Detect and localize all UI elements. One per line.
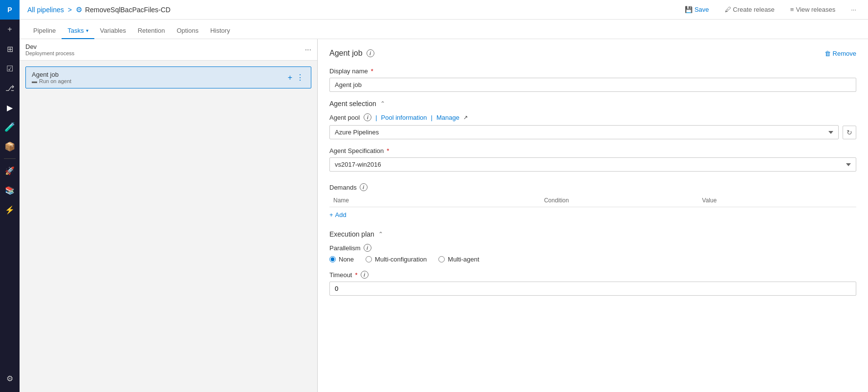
execution-plan-section: Execution plan ⌃ Parallelism i None bbox=[329, 230, 856, 296]
sidebar-item-settings[interactable]: ⚙ bbox=[0, 369, 20, 388]
agent-selection-label: Agent selection bbox=[329, 100, 376, 108]
radio-multi-config[interactable]: Multi-configuration bbox=[366, 256, 427, 263]
tab-options[interactable]: Options bbox=[171, 23, 204, 39]
remove-label: Remove bbox=[833, 50, 856, 57]
agent-job-sub-text: Run on agent bbox=[39, 78, 71, 84]
agent-spec-group: Agent Specification * vs2017-win2016 ubu… bbox=[329, 147, 856, 172]
pipe-separator-2: | bbox=[431, 114, 433, 121]
create-release-icon: 🖊 bbox=[725, 6, 731, 13]
timeout-label-text: Timeout bbox=[329, 271, 352, 279]
sidebar-item-taskgroups[interactable]: ⚡ bbox=[0, 200, 20, 219]
radio-multi-agent-input[interactable] bbox=[438, 256, 445, 262]
tab-variables-label: Variables bbox=[100, 27, 126, 34]
agent-spec-select[interactable]: vs2017-win2016 ubuntu-latest windows-lat… bbox=[329, 157, 856, 172]
agent-job-more-button[interactable]: ⋮ bbox=[295, 72, 305, 83]
manage-link[interactable]: Manage bbox=[436, 114, 459, 121]
view-releases-icon: ≡ bbox=[790, 6, 794, 13]
agent-job-title: Agent job bbox=[32, 71, 71, 78]
pipeline-name: RemoveSqlBacPacFiles-CD bbox=[85, 6, 171, 14]
agent-pool-label: Agent pool bbox=[329, 114, 360, 121]
parallelism-label-text: Parallelism bbox=[329, 244, 361, 252]
demands-section: Demands i Name Condition Value + bbox=[329, 183, 856, 218]
display-name-group: Display name * bbox=[329, 67, 856, 92]
demands-info-icon[interactable]: i bbox=[360, 183, 368, 191]
agent-pool-select[interactable]: Azure Pipelines bbox=[329, 125, 839, 139]
panel-header: Agent job i 🗑 Remove bbox=[329, 49, 856, 58]
tab-history[interactable]: History bbox=[204, 23, 236, 39]
pipeline-icon: ⚙ bbox=[76, 5, 82, 14]
sidebar: P + ⊞ ☑ ⎇ ▶ 🧪 📦 🚀 📚 ⚡ ⚙ bbox=[0, 0, 20, 392]
execution-plan-label: Execution plan bbox=[329, 230, 374, 238]
content-area: Dev Deployment process ··· Agent job ▬ R… bbox=[20, 39, 868, 392]
add-demand-button[interactable]: + Add bbox=[329, 211, 347, 218]
radio-multi-config-input[interactable] bbox=[366, 256, 372, 262]
tab-pipeline[interactable]: Pipeline bbox=[27, 23, 62, 39]
demands-table: Name Condition Value bbox=[329, 194, 856, 207]
execution-plan-title[interactable]: Execution plan ⌃ bbox=[329, 230, 856, 238]
tasks-dropdown-icon: ▾ bbox=[86, 28, 88, 33]
agent-pool-info-icon[interactable]: i bbox=[364, 113, 371, 121]
manage-external-icon: ↗ bbox=[463, 114, 468, 121]
agent-spec-required: * bbox=[387, 147, 389, 154]
agent-spec-label: Agent Specification * bbox=[329, 147, 856, 154]
sidebar-item-add[interactable]: + bbox=[0, 20, 20, 39]
tab-tasks[interactable]: Tasks ▾ bbox=[62, 23, 94, 39]
agent-job-add-button[interactable]: + bbox=[287, 72, 293, 83]
stage-menu-button[interactable]: ··· bbox=[305, 45, 311, 54]
save-label: Save bbox=[694, 6, 709, 13]
agent-job-actions: + ⋮ bbox=[287, 72, 305, 83]
display-name-required: * bbox=[371, 67, 373, 75]
sidebar-item-pipelines[interactable]: ▶ bbox=[0, 98, 20, 117]
radio-multi-agent[interactable]: Multi-agent bbox=[438, 256, 479, 263]
app-logo[interactable]: P bbox=[0, 0, 20, 20]
remove-button[interactable]: 🗑 Remove bbox=[825, 50, 856, 57]
agent-selection-title[interactable]: Agent selection ⌃ bbox=[329, 100, 856, 108]
sidebar-item-deploy[interactable]: 🚀 bbox=[0, 161, 20, 180]
breadcrumb-parent[interactable]: All pipelines bbox=[27, 6, 64, 14]
breadcrumb-separator: > bbox=[68, 6, 72, 14]
save-button[interactable]: 💾 Save bbox=[681, 4, 713, 15]
radio-none[interactable]: None bbox=[329, 256, 354, 263]
demands-col-condition: Condition bbox=[540, 194, 698, 207]
panel-title-text: Agent job bbox=[329, 49, 363, 58]
demands-label-text: Demands bbox=[329, 184, 357, 191]
agent-job-info: Agent job ▬ Run on agent bbox=[32, 71, 71, 84]
add-icon: + bbox=[329, 211, 333, 218]
agent-job-card[interactable]: Agent job ▬ Run on agent + ⋮ bbox=[25, 66, 311, 88]
agent-job-subtitle: ▬ Run on agent bbox=[32, 78, 71, 84]
timeout-info-icon[interactable]: i bbox=[361, 271, 369, 279]
parallelism-info-icon[interactable]: i bbox=[364, 244, 371, 252]
tab-variables[interactable]: Variables bbox=[94, 23, 132, 39]
sidebar-item-home[interactable]: ⊞ bbox=[0, 39, 20, 59]
more-actions-button[interactable]: ··· bbox=[847, 4, 860, 15]
sidebar-item-repos[interactable]: ⎇ bbox=[0, 78, 20, 98]
view-releases-button[interactable]: ≡ View releases bbox=[786, 4, 839, 15]
tab-history-label: History bbox=[210, 27, 230, 34]
parallelism-radio-group: None Multi-configuration Multi-agent bbox=[329, 256, 856, 263]
tab-tasks-label: Tasks bbox=[67, 27, 84, 34]
agent-pool-group: Agent pool i | Pool information | Manage… bbox=[329, 113, 856, 139]
sidebar-item-testplans[interactable]: 🧪 bbox=[0, 117, 20, 137]
timeout-input[interactable] bbox=[329, 282, 856, 296]
left-panel: Dev Deployment process ··· Agent job ▬ R… bbox=[20, 39, 318, 392]
sidebar-item-workitems[interactable]: ☑ bbox=[0, 59, 20, 78]
sidebar-item-library[interactable]: 📚 bbox=[0, 180, 20, 200]
right-panel: Agent job i 🗑 Remove Display name * bbox=[318, 39, 868, 392]
timeout-required: * bbox=[355, 271, 357, 279]
radio-none-label: None bbox=[339, 256, 354, 263]
radio-multi-agent-label: Multi-agent bbox=[448, 256, 479, 263]
pipe-separator-1: | bbox=[375, 114, 377, 121]
sidebar-item-artifacts[interactable]: 📦 bbox=[0, 137, 20, 156]
timeout-group: Timeout * i bbox=[329, 271, 856, 296]
display-name-input[interactable] bbox=[329, 78, 856, 92]
tab-retention[interactable]: Retention bbox=[132, 23, 171, 39]
radio-none-input[interactable] bbox=[329, 256, 336, 262]
pool-information-link[interactable]: Pool information bbox=[381, 114, 427, 121]
agent-pool-refresh-button[interactable]: ↻ bbox=[843, 126, 856, 139]
breadcrumb: All pipelines > ⚙ RemoveSqlBacPacFiles-C… bbox=[27, 5, 171, 14]
remove-icon: 🗑 bbox=[825, 50, 831, 57]
timeout-label: Timeout * i bbox=[329, 271, 856, 279]
header-actions: 💾 Save 🖊 Create release ≡ View releases … bbox=[681, 4, 860, 15]
create-release-button[interactable]: 🖊 Create release bbox=[721, 4, 779, 15]
agent-job-info-icon[interactable]: i bbox=[367, 49, 374, 57]
